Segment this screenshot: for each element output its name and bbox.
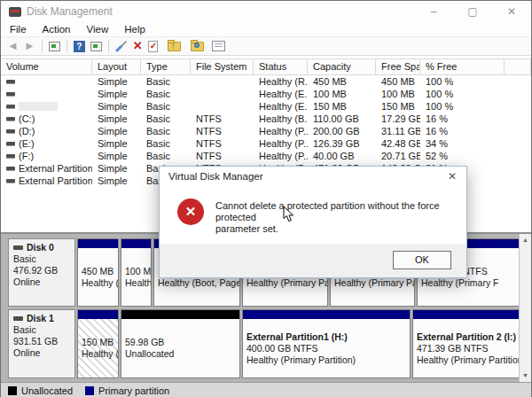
menu-file[interactable]: File [1,24,35,35]
pctfree-cell: 16 % [420,125,505,137]
close-button[interactable]: ✕ [492,1,531,22]
type-cell: Basic [141,113,191,125]
capacity-cell: 110.00 GB [308,113,376,125]
volume-icon [6,179,15,183]
volume-cell: External Partition 2... [1,162,92,175]
dialog-message-line: parameter set. [215,223,456,235]
column-header-filesystem[interactable]: File System [191,59,254,74]
column-header-layout[interactable]: Layout [92,59,141,74]
partition-block[interactable]: 59.98 GBUnallocated [121,309,240,378]
legend-bar: UnallocatedPrimary partition [1,382,531,397]
column-header-capacity[interactable]: Capacity [308,59,376,74]
partition-block[interactable]: 450 MBHealthy ( [77,238,119,307]
partition-block[interactable]: 150 MBHealthy (EF [77,309,119,378]
console-window-icon[interactable] [90,42,102,51]
filesystem-cell [191,100,254,113]
table-row[interactable]: SimpleBasicHealthy (E...150 MB150 MB100 … [1,100,531,113]
filesystem-cell: NTFS [191,150,254,162]
partition-block[interactable]: 100 MHealth [121,238,152,307]
volume-cell [1,100,92,113]
maximize-button[interactable]: ▢ [453,1,492,22]
back-icon[interactable]: ◄ [7,39,19,53]
trail-cell [505,125,531,137]
menu-help[interactable]: Help [116,24,153,35]
disk-name-text: Disk 1 [27,313,54,324]
volume-name: (D:) [19,125,35,137]
trail-cell [505,88,531,100]
volume-name: (C:) [19,113,35,125]
partition-label: 450 MBHealthy ( [78,248,118,306]
task-check-icon[interactable] [148,41,158,52]
scroll-up-icon[interactable]: ▲ [520,234,531,246]
dialog-close-icon[interactable]: ✕ [438,167,466,186]
ok-button[interactable]: OK [393,251,451,269]
partition-text-line: Unallocated [125,348,236,360]
layout-cell: Simple [92,88,141,100]
delete-icon[interactable]: ✕ [133,40,143,52]
partition-text-line: Healthy (Primary Partition) [417,354,515,366]
menu-action[interactable]: Action [35,24,79,35]
folder-search-icon[interactable] [191,42,204,51]
minimize-button[interactable]: – [414,1,453,22]
column-header-freespace[interactable]: Free Spa... [376,59,420,74]
tool-icon[interactable] [115,40,128,52]
partition-block[interactable]: External Partition1 (H:)400.00 GB NTFSHe… [242,309,411,378]
pctfree-cell: 16 % [420,113,505,125]
column-header-empty [505,59,531,74]
partition-text-line: 400.00 GB NTFS [246,343,406,354]
dialog-title-bar[interactable]: Virtual Disk Manager ✕ [160,167,466,186]
volume-name: External Partition 2... [19,162,92,175]
table-row[interactable]: SimpleBasicHealthy (R...450 MB450 MB100 … [1,75,531,88]
table-row[interactable]: (D:)SimpleBasicNTFSHealthy (P...200.00 G… [1,125,531,137]
help-icon[interactable]: ? [74,41,85,52]
menu-view[interactable]: View [79,24,117,35]
console-window-icon[interactable] [49,42,60,51]
column-header-pctfree[interactable]: % Free [420,59,505,74]
status-cell: Healthy (P... [254,150,308,162]
mouse-cursor [283,206,294,226]
disk-label[interactable]: Disk 1Basic931.51 GBOnline [8,309,75,378]
volume-icon [6,92,15,96]
filesystem-cell: NTFS [191,137,254,150]
column-header-status[interactable]: Status [254,59,308,74]
column-header-volume[interactable]: Volume [1,59,92,74]
partition-text-line: Healthy (EF [82,348,114,360]
partition-text-line: Healthy (Primary Pa [334,277,411,289]
volume-cell: (E:) [1,137,92,150]
title-bar: Disk Management – ▢ ✕ [1,1,531,22]
disk-label[interactable]: Disk 0Basic476.92 GBOnline [8,238,75,307]
table-row[interactable]: (C:)SimpleBasicNTFSHealthy (B...110.00 G… [1,113,531,125]
properties-icon[interactable] [212,41,225,51]
volume-cell: (D:) [1,125,92,137]
app-icon [9,7,21,17]
scroll-down-icon[interactable]: ▼ [520,370,531,382]
up-arrow-icon: ↑ [171,41,176,51]
freespace-cell: 450 MB [376,75,420,88]
window-title: Disk Management [27,5,113,18]
partition-text-line: Healthy (Primary Partition) [246,354,406,366]
trail-cell [505,162,531,175]
partition-block[interactable]: External Partition 2 (I:)471.39 GB NTFSH… [412,309,520,378]
type-cell: Basic [141,125,191,137]
folder-up-icon[interactable]: ↑ [168,42,181,51]
table-row[interactable]: (F:)SimpleBasicNTFSHealthy (P...40.00 GB… [1,150,531,162]
partition-label: 59.98 GBUnallocated [121,319,239,378]
pctfree-cell: 100 % [420,100,505,113]
layout-cell: Simple [92,162,141,175]
partition-text-line: 59.98 GB [125,337,236,348]
table-row[interactable]: SimpleBasicHealthy (E...100 MB100 MB100 … [1,88,531,100]
forward-icon[interactable]: ► [24,39,35,53]
disk-kind: Basic [13,324,70,336]
vertical-scrollbar[interactable]: ▲ ▼ [519,234,531,382]
status-cell: Healthy (E... [254,100,308,113]
disk-size: 931.51 GB [13,336,70,347]
disk-status: Online [13,276,70,288]
toolbar-separator [42,40,43,52]
capacity-cell: 200.00 GB [308,125,376,137]
trail-cell [505,75,531,88]
layout-cell: Simple [92,125,141,137]
filesystem-cell [191,88,254,100]
volume-cell: (F:) [1,150,92,162]
table-row[interactable]: (E:)SimpleBasicNTFSHealthy (P...126.39 G… [1,137,531,150]
column-header-type[interactable]: Type [141,59,191,74]
